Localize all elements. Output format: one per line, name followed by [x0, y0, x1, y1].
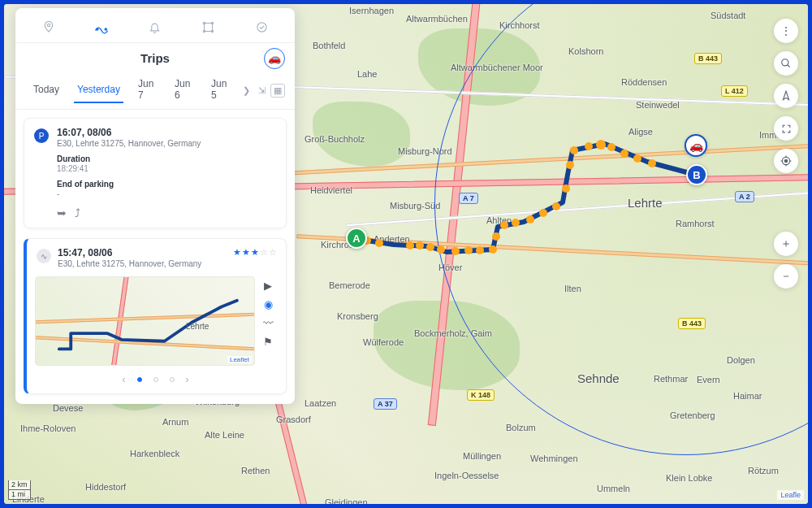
card-pager: ‹ ›	[35, 374, 276, 385]
marker-a-label: A	[352, 232, 360, 245]
city-label: Wülferode	[363, 337, 404, 347]
city-label: Ummeln	[597, 484, 630, 493]
geofence-circle	[434, 4, 808, 455]
date-next-icon[interactable]: ❯	[240, 80, 253, 101]
date-tab[interactable]: Jun 5	[203, 72, 238, 109]
map-attribution: Leafle	[777, 490, 804, 500]
city-label: Lahe	[357, 69, 377, 79]
parking-icon: P	[34, 128, 49, 143]
date-tab[interactable]: Today	[25, 77, 67, 103]
parking-address: E30, Lehrte 31275, Hannover, Germany	[57, 139, 276, 148]
card-actions: ➥ ⤴	[57, 206, 276, 219]
tab-trips[interactable]	[84, 13, 119, 41]
city-label: Groß-Buchholz	[304, 134, 365, 144]
replay-icon[interactable]: ◉	[264, 298, 273, 310]
city-label: Altwarmbüchen	[406, 14, 468, 24]
date-expand-icon[interactable]: ⇲	[255, 80, 269, 101]
tab-notifications[interactable]	[138, 13, 172, 41]
share-icon[interactable]: ⤴	[75, 206, 80, 219]
city-label: Anderten	[374, 234, 410, 244]
map-scale: 2 km 1 mi	[8, 480, 31, 500]
date-tab[interactable]: Yesterday	[69, 77, 128, 103]
pager-prev-icon[interactable]: ‹	[123, 374, 126, 385]
svg-point-35	[106, 28, 107, 30]
play-icon[interactable]: ▶	[264, 280, 272, 292]
scale-mi: 1 mi	[8, 490, 31, 500]
scale-km: 2 km	[8, 480, 31, 490]
svg-point-25	[782, 59, 788, 66]
details-icon[interactable]: 〰	[263, 317, 274, 329]
panel-icon-tabs	[15, 8, 295, 43]
city-label: Klein Lobke	[666, 473, 713, 483]
navigate-icon[interactable]: ➥	[57, 206, 67, 219]
road-badge: A 37	[374, 398, 397, 410]
end-parking-label: End of parking	[57, 180, 276, 189]
flag-icon[interactable]: ⚑	[263, 336, 273, 348]
city-label: Ingeln-Oesselse	[434, 471, 499, 480]
trip-rating[interactable]: ★★★☆☆	[233, 247, 278, 258]
city-label: Rethen	[241, 466, 270, 475]
duration-label: Duration	[57, 154, 276, 163]
svg-point-41	[257, 22, 266, 31]
city-label: Devese	[53, 403, 83, 413]
pager-dot[interactable]	[137, 377, 142, 382]
city-label: Wehmingen	[530, 454, 578, 463]
road-badge: K 148	[467, 389, 495, 401]
trip-address: E30, Lehrte 31275, Hannover, Germany	[58, 259, 276, 268]
city-label: Müllingen	[463, 451, 501, 461]
trip-mini-map[interactable]: Lehrte Leaflet	[35, 276, 255, 366]
tab-location[interactable]	[32, 13, 66, 41]
date-tab[interactable]: Jun 7	[130, 72, 165, 109]
zoom-out-button[interactable]: －	[774, 264, 798, 289]
parking-time: 16:07, 08/06	[57, 127, 276, 138]
mini-map-tools: ▶ ◉ 〰 ⚑	[260, 276, 276, 366]
city-label: Isernhagen	[349, 6, 394, 15]
city-label: Arnum	[162, 417, 188, 427]
locate-button[interactable]	[774, 149, 798, 173]
panel-header: Trips 🚗	[15, 43, 295, 72]
city-label: Bolzum	[506, 423, 536, 432]
tab-status[interactable]	[244, 13, 279, 41]
svg-line-26	[788, 65, 790, 67]
svg-rect-36	[205, 23, 213, 31]
pager-next-icon[interactable]: ›	[186, 374, 189, 385]
city-label: Heidviertel	[310, 185, 352, 195]
trips-panel: Trips 🚗 Today Yesterday Jun 7 Jun 6 Jun …	[15, 8, 295, 404]
city-label: Harkenbleck	[130, 449, 179, 458]
svg-point-27	[784, 159, 788, 163]
mini-map-attribution: Leaflet	[227, 356, 252, 363]
pager-dot[interactable]	[153, 377, 158, 382]
parking-card[interactable]: P 16:07, 08/06 E30, Lehrte 31275, Hannov…	[24, 118, 287, 228]
more-button[interactable]: ⋮	[774, 19, 798, 43]
city-label: Alte Leine	[205, 430, 244, 440]
zoom-toolbar: ＋ －	[774, 232, 798, 289]
zoom-in-button[interactable]: ＋	[774, 232, 798, 256]
city-label: Bemerode	[329, 280, 370, 290]
duration-value: 18:29:41	[57, 164, 276, 173]
city-label: Gleidingen	[325, 497, 368, 504]
city-label: Grasdorf	[276, 415, 311, 424]
city-label: Rötzum	[748, 466, 779, 475]
search-button[interactable]	[774, 51, 798, 76]
city-label: Bothfeld	[313, 41, 345, 50]
calendar-icon[interactable]: ▦	[270, 84, 285, 98]
city-label: Ihme-Roloven	[20, 423, 76, 433]
route-marker-b[interactable]: B	[686, 164, 707, 185]
date-tab[interactable]: Jun 6	[166, 72, 201, 109]
city-label: Laatzen	[304, 398, 336, 408]
city-label: Hiddestorf	[85, 482, 126, 492]
panel-title: Trips	[140, 51, 170, 65]
vehicle-selector[interactable]: 🚗	[264, 48, 285, 69]
svg-point-34	[97, 28, 98, 30]
fullscreen-button[interactable]	[774, 116, 798, 141]
vehicle-marker[interactable]: 🚗	[685, 134, 707, 157]
north-button[interactable]	[774, 84, 798, 108]
app-frame: A 7 A 2 A 37 B 443 B 443 L 412 K 148 Leh…	[4, 4, 808, 504]
trip-icon: ∿	[37, 249, 51, 263]
trip-card[interactable]: ∿ ★★★☆☆ 15:47, 08/06 E30, Lehrte 31275, …	[24, 238, 287, 394]
date-tabs: Today Yesterday Jun 7 Jun 6 Jun 5 ❯ ⇲ ▦	[15, 72, 295, 110]
pager-dot[interactable]	[170, 377, 175, 382]
mini-map-label: Lehrte	[186, 322, 209, 331]
tab-geofence[interactable]	[192, 13, 226, 41]
route-marker-a[interactable]: A	[346, 228, 367, 249]
